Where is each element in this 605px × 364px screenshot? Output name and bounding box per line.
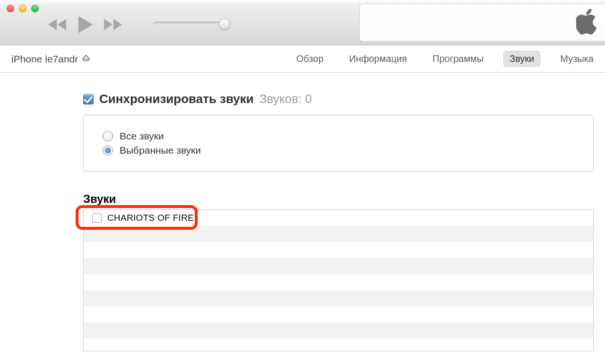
radio-selected-sounds-input[interactable]	[103, 145, 113, 156]
list-item[interactable]: CHARIOTS OF FIRE	[84, 210, 593, 226]
tab-info[interactable]: Информация	[344, 52, 413, 66]
sync-scope-panel: Все звуки Выбранные звуки	[83, 115, 594, 172]
window-controls	[7, 5, 39, 12]
sounds-heading: Звуки	[83, 192, 594, 206]
tab-overview[interactable]: Обзор	[291, 52, 329, 66]
svg-marker-2	[78, 16, 93, 33]
player-controls	[47, 15, 123, 34]
svg-marker-0	[48, 19, 57, 30]
apple-logo-icon	[576, 9, 598, 36]
list-item	[84, 242, 593, 258]
content: Синхронизировать звуки Звуков: 0 Все зву…	[0, 73, 605, 351]
device-name[interactable]: iPhone le7andr	[11, 53, 90, 65]
titlebar	[0, 0, 605, 45]
sync-sounds-label: Синхронизировать звуки	[99, 92, 254, 106]
device-tabs: Обзор Информация Программы Звуки Музыка	[291, 45, 605, 72]
list-item	[84, 258, 593, 274]
rewind-button[interactable]	[47, 18, 67, 31]
radio-all-sounds-label: Все звуки	[120, 130, 164, 142]
sound-item-label: CHARIOTS OF FIRE	[107, 213, 194, 223]
list-item	[84, 306, 593, 322]
tab-sounds[interactable]: Звуки	[503, 51, 540, 67]
tab-music[interactable]: Музыка	[554, 52, 599, 66]
sound-item-checkbox[interactable]	[92, 213, 102, 223]
sync-sounds-checkbox[interactable]	[83, 94, 94, 104]
list-item	[84, 338, 593, 351]
svg-marker-5	[83, 55, 89, 59]
forward-button[interactable]	[103, 18, 123, 31]
radio-all-sounds[interactable]: Все звуки	[103, 130, 574, 142]
volume-knob[interactable]	[219, 18, 230, 30]
device-name-label: iPhone le7andr	[11, 53, 78, 65]
svg-marker-4	[113, 19, 122, 30]
volume-slider[interactable]	[154, 22, 239, 26]
zoom-window-button[interactable]	[31, 5, 39, 12]
tab-apps[interactable]: Программы	[427, 52, 489, 66]
list-item	[84, 226, 593, 242]
list-item	[84, 274, 593, 290]
svg-marker-3	[104, 19, 112, 30]
list-item	[84, 290, 593, 306]
sounds-list: CHARIOTS OF FIRE	[83, 209, 594, 351]
play-button[interactable]	[76, 15, 95, 34]
minimize-window-button[interactable]	[19, 5, 26, 12]
radio-all-sounds-input[interactable]	[103, 131, 113, 141]
device-header: iPhone le7andr Обзор Информация Программ…	[0, 45, 605, 73]
list-item	[84, 322, 593, 338]
now-playing-panel	[359, 4, 605, 42]
radio-selected-sounds[interactable]: Выбранные звуки	[103, 145, 574, 156]
eject-icon[interactable]	[82, 53, 90, 65]
sync-sounds-row: Синхронизировать звуки Звуков: 0	[83, 92, 594, 106]
radio-selected-sounds-label: Выбранные звуки	[120, 145, 201, 156]
sync-sounds-count: Звуков: 0	[259, 92, 312, 106]
svg-marker-1	[58, 19, 66, 30]
close-window-button[interactable]	[7, 5, 14, 12]
